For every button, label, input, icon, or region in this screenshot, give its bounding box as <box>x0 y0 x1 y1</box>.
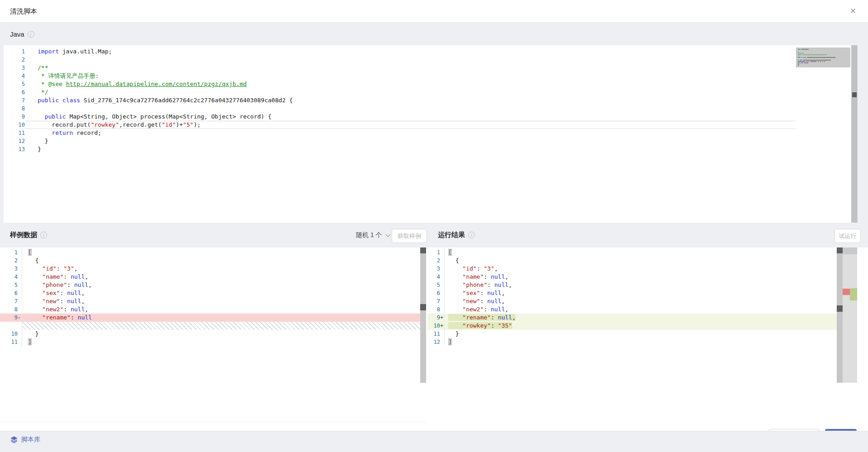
token-atom: null <box>487 298 501 305</box>
code-text: } <box>445 330 837 338</box>
token-pl: : <box>71 314 78 321</box>
token-pl: : <box>480 298 487 305</box>
minimap-segment <box>798 52 799 52</box>
close-icon[interactable]: ✕ <box>850 0 856 22</box>
code-text: ] <box>22 338 426 346</box>
line-number: 7 <box>427 297 445 305</box>
token-str: "rename" <box>462 314 491 321</box>
code-line: 1[ <box>427 248 837 257</box>
java-code-editor[interactable]: 1import java.util.Map;23/**4 * 详情请见产品手册:… <box>4 45 858 223</box>
code-text: "new": null, <box>22 297 426 305</box>
token-kw: public <box>38 97 59 104</box>
token-kw: class <box>62 97 80 104</box>
line-number: 5 <box>0 281 22 289</box>
token-str: "3" <box>484 265 494 272</box>
line-number: 9- <box>0 314 22 322</box>
code-line: 4 "name": null, <box>0 273 426 281</box>
token-pl: : <box>484 273 491 280</box>
sample-data-editor[interactable]: 1[2 {3 "id": "3",4 "name": null,5 "phone… <box>0 248 426 346</box>
code-text: { <box>445 257 837 265</box>
code-text: "name": null, <box>445 273 837 281</box>
info-icon[interactable]: i <box>40 232 47 238</box>
token-pl: )+ <box>176 121 183 128</box>
sample-data-section-header: 样例数据 i <box>10 223 47 247</box>
info-icon[interactable]: i <box>468 232 475 238</box>
line-number: 1 <box>0 248 22 257</box>
line-number: 13 <box>4 145 25 153</box>
token-pl: } <box>448 330 459 337</box>
token-pl: { <box>28 257 38 264</box>
code-text: "rowkey": "35" <box>445 322 837 330</box>
code-text: } <box>25 145 796 153</box>
token-pl <box>28 290 42 296</box>
cleaning-script-modal: 清洗脚本 ✕ Java i 1import java.util.Map;23/*… <box>0 0 868 452</box>
script-library-link[interactable]: 脚本库 <box>10 429 40 450</box>
minimap-segment <box>806 61 810 62</box>
scrollbar-diff-mark <box>420 304 426 310</box>
token-pl: : <box>491 322 498 329</box>
line-number-value: 3 <box>22 64 25 72</box>
run-result-label: 运行结果 <box>438 231 465 239</box>
minimap-segment <box>798 56 799 57</box>
code-line: 9- "rename": null <box>0 314 426 322</box>
line-number: 9+ <box>427 314 445 322</box>
code-line: 10+ "rowkey": "35" <box>427 322 837 330</box>
line-number-value: 2 <box>22 56 25 64</box>
token-pl: : <box>67 281 74 288</box>
code-line: 11] <box>0 338 426 346</box>
code-line: 6 */ <box>4 88 796 96</box>
token-str: "new" <box>42 298 60 305</box>
sample-editor-scrollbar[interactable] <box>420 247 426 383</box>
minimap[interactable] <box>796 48 850 67</box>
line-number-value: 2 <box>14 257 18 265</box>
token-kw: return <box>52 129 73 136</box>
token-str: "new" <box>462 298 480 305</box>
result-editor-scrollbar[interactable] <box>837 247 843 383</box>
line-number: 2 <box>427 257 445 265</box>
token-cm: * 详情请见产品手册: <box>38 72 99 79</box>
sample-editor-hscrollbar[interactable] <box>0 422 426 422</box>
token-atom: null <box>67 298 81 305</box>
line-number-value: 1 <box>22 48 25 56</box>
code-text: public class Sid_2776_174c9ca72776add627… <box>25 96 796 105</box>
line-number: 11 <box>427 330 445 338</box>
code-text: return record; <box>25 129 796 137</box>
script-library-label: 脚本库 <box>21 436 40 444</box>
sample-count-select[interactable]: 随机 1 个 <box>356 223 390 247</box>
token-mb: ] <box>28 338 32 345</box>
line-number-value: 12 <box>434 338 440 346</box>
line-number: 8 <box>4 105 25 113</box>
line-number: 4 <box>0 273 22 281</box>
scrollbar-thumb[interactable] <box>852 92 857 97</box>
token-atom: null <box>74 281 88 288</box>
minimap-line <box>798 49 849 50</box>
line-number: 5 <box>4 80 25 88</box>
modal-header: 清洗脚本 ✕ <box>0 0 868 23</box>
java-editor-scrollbar[interactable] <box>851 45 858 223</box>
info-icon[interactable]: i <box>28 31 34 38</box>
code-line: 7 "new": null, <box>427 297 837 305</box>
line-number-value: 9 <box>22 113 25 121</box>
token-str: "rowkey" <box>462 322 491 329</box>
token-str: "rowkey" <box>91 121 119 128</box>
fetch-sample-button[interactable]: 获取样例 <box>392 229 427 243</box>
token-pl <box>28 306 42 313</box>
token-str: "5" <box>183 121 193 128</box>
minimap-segment <box>803 57 806 58</box>
code-text: { <box>22 257 426 265</box>
token-str: "phone" <box>462 281 487 288</box>
line-number: 10 <box>0 330 22 338</box>
line-number: 3 <box>0 265 22 273</box>
token-pl <box>59 97 62 104</box>
token-pl: , <box>501 290 505 296</box>
minimap-segment <box>798 49 801 50</box>
line-number-value: 7 <box>22 96 25 105</box>
run-result-editor[interactable]: 1[2 {3 "id": "3",4 "name": null,5 "phone… <box>427 248 837 346</box>
line-number: 6 <box>4 88 25 96</box>
code-line: 2 { <box>427 257 837 265</box>
minimap-line <box>798 60 849 61</box>
scrollbar-diff-mark <box>837 305 843 312</box>
token-str: "new2" <box>42 306 63 313</box>
try-run-button[interactable]: 试运行 <box>834 229 861 243</box>
code-line: 10 } <box>0 330 426 338</box>
